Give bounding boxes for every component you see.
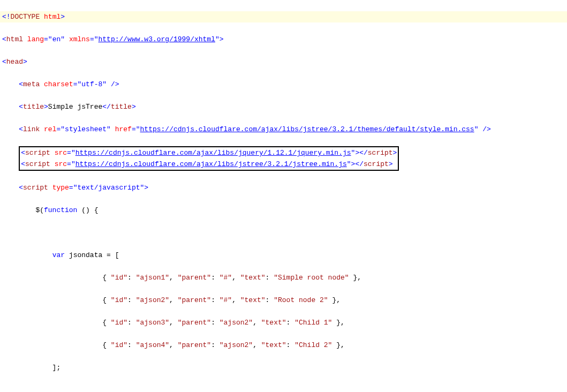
- code-line: [0, 385, 567, 392]
- tag-open: <!: [2, 13, 11, 21]
- code-line: <script type="text/javascript">: [0, 182, 567, 193]
- code-line: [0, 227, 567, 238]
- code-line: <head>: [0, 56, 567, 67]
- code-line: <link rel="stylesheet" href="https://cdn…: [0, 124, 567, 135]
- jstree-url[interactable]: https://cdnjs.cloudflare.com/ajax/libs/j…: [75, 160, 347, 168]
- code-block: <!DOCTYPE html> <html lang="en" xmlns="h…: [0, 0, 567, 392]
- code-line: { "id": "ajson3", "parent": "ajson2", "t…: [0, 317, 567, 328]
- code-line: $(function () {: [0, 205, 567, 216]
- code-line: { "id": "ajson4", "parent": "ajson2", "t…: [0, 340, 567, 351]
- code-line: <!DOCTYPE html>: [0, 11, 567, 22]
- code-line: <title>Simple jsTree</title>: [0, 101, 567, 112]
- doctype-val: html: [44, 13, 61, 21]
- code-line: { "id": "ajson2", "parent": "#", "text":…: [0, 295, 567, 306]
- code-line: <script src="https://cdnjs.cloudflare.co…: [0, 146, 567, 171]
- stylesheet-url[interactable]: https://cdnjs.cloudflare.com/ajax/libs/j…: [140, 125, 474, 133]
- xmlns-url[interactable]: http://www.w3.org/1999/xhtml: [99, 35, 215, 43]
- code-line: <html lang="en" xmlns="http://www.w3.org…: [0, 34, 567, 45]
- annotation-scripts-box: <script src="https://cdnjs.cloudflare.co…: [19, 146, 399, 171]
- code-line: { "id": "ajson1", "parent": "#", "text":…: [0, 272, 567, 283]
- doctype-kw: DOCTYPE: [11, 13, 40, 21]
- code-line: ];: [0, 362, 567, 373]
- jquery-url[interactable]: https://cdnjs.cloudflare.com/ajax/libs/j…: [75, 149, 351, 157]
- code-line: var jsondata = [: [0, 250, 567, 261]
- title-text: Simple jsTree: [48, 103, 102, 111]
- code-line: <meta charset="utf-8" />: [0, 79, 567, 90]
